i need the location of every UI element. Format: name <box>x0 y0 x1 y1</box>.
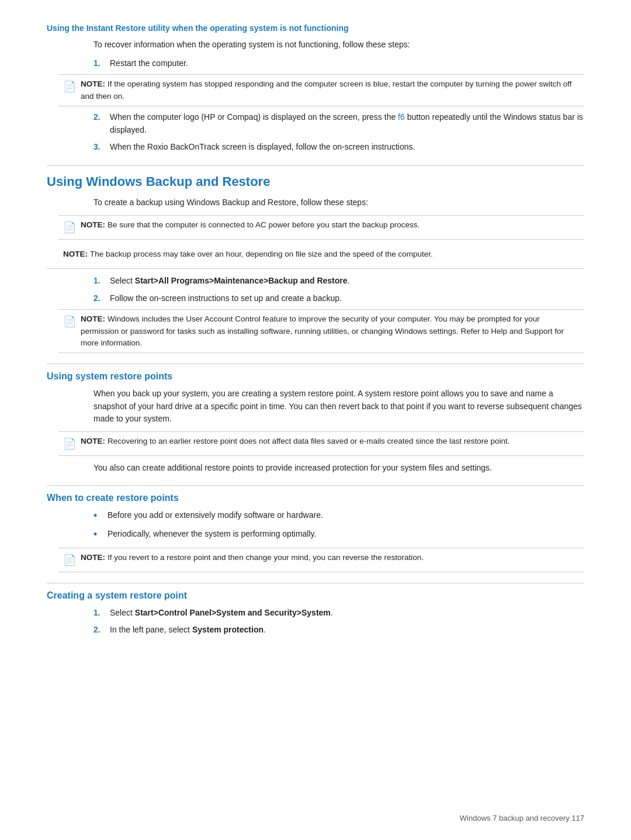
when-to-create-note1: 📄 NOTE:If you revert to a restore point … <box>58 548 584 572</box>
note-text: NOTE:If the operating system has stopped… <box>81 78 580 102</box>
step-content: Select Start>All Programs>Maintenance>Ba… <box>110 275 584 288</box>
note-text: NOTE:Windows includes the User Account C… <box>81 313 580 349</box>
step-number: 1. <box>93 607 110 620</box>
when-to-create-bullets: • Before you add or extensively modify s… <box>93 509 584 543</box>
step-number: 1. <box>93 57 110 70</box>
step-number: 2. <box>93 624 110 637</box>
step-content: When the computer logo (HP or Compaq) is… <box>110 111 584 136</box>
step-number: 1. <box>93 275 110 288</box>
step-number: 3. <box>93 141 110 154</box>
bullet-text: Before you add or extensively modify sof… <box>108 509 323 522</box>
bullet-dot: • <box>93 508 108 524</box>
windows-backup-note2: NOTE:The backup process may take over an… <box>58 244 584 264</box>
instant-restore-heading: Using the Instant Restore utility when t… <box>47 23 584 33</box>
creating-restore-step-2: 2. In the left pane, select System prote… <box>93 624 584 637</box>
note-icon: 📄 <box>63 220 76 236</box>
windows-backup-note3: 📄 NOTE:Windows includes the User Account… <box>58 309 584 353</box>
note-icon: 📄 <box>63 314 76 330</box>
windows-backup-step-2: 2. Follow the on-screen instructions to … <box>93 292 584 305</box>
note-icon: 📄 <box>63 79 76 95</box>
system-restore-heading: Using system restore points <box>47 364 584 382</box>
instant-restore-step-1: 1. Restart the computer. <box>93 57 584 70</box>
bullet-dot: • <box>93 527 108 543</box>
windows-backup-intro: To create a backup using Windows Backup … <box>93 196 584 209</box>
note-text: NOTE:If you revert to a restore point an… <box>81 552 424 564</box>
windows-backup-note1: 📄 NOTE:Be sure that the computer is conn… <box>58 215 584 240</box>
windows-backup-step-1: 1. Select Start>All Programs>Maintenance… <box>93 275 584 288</box>
note-text: NOTE:Recovering to an earlier restore po… <box>81 435 510 447</box>
when-to-create-heading: When to create restore points <box>47 485 584 503</box>
step-content: Follow the on-screen instructions to set… <box>110 292 584 305</box>
step-content: Select Start>Control Panel>System and Se… <box>110 607 584 620</box>
system-restore-note1: 📄 NOTE:Recovering to an earlier restore … <box>58 431 584 456</box>
windows-backup-heading: Using Windows Backup and Restore <box>47 165 584 189</box>
creating-restore-heading: Creating a system restore point <box>47 583 584 601</box>
bullet-item-2: • Periodically, whenever the system is p… <box>93 528 584 543</box>
step-number: 2. <box>93 111 110 136</box>
instant-restore-note1: 📄 NOTE:If the operating system has stopp… <box>58 74 584 106</box>
instant-restore-intro: To recover information when the operatin… <box>93 39 584 51</box>
bullet-text: Periodically, whenever the system is per… <box>108 528 316 541</box>
creating-restore-step-1: 1. Select Start>Control Panel>System and… <box>93 607 584 620</box>
note-text: NOTE:Be sure that the computer is connec… <box>81 219 419 231</box>
bullet-item-1: • Before you add or extensively modify s… <box>93 509 584 524</box>
step-content: In the left pane, select System protecti… <box>110 624 584 637</box>
page-footer: Windows 7 backup and recovery 117 <box>460 814 584 822</box>
instant-restore-step-2: 2. When the computer logo (HP or Compaq)… <box>93 111 584 136</box>
step-number: 2. <box>93 292 110 305</box>
note-icon: 📄 <box>63 436 76 452</box>
system-restore-para1: When you back up your system, you are cr… <box>93 388 584 426</box>
instant-restore-step-3: 3. When the Roxio BackOnTrack screen is … <box>93 141 584 154</box>
system-restore-para2: You also can create additional restore p… <box>93 462 584 475</box>
creating-restore-steps: 1. Select Start>Control Panel>System and… <box>93 607 584 637</box>
note-icon: 📄 <box>63 552 76 568</box>
step-content: When the Roxio BackOnTrack screen is dis… <box>110 141 584 154</box>
step-content: Restart the computer. <box>110 57 584 70</box>
